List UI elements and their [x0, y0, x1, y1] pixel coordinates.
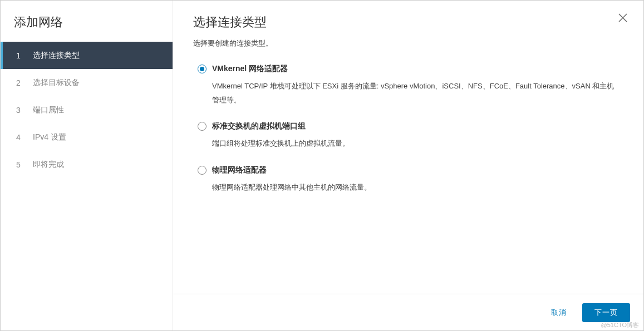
- option-description: VMkernel TCP/IP 堆栈可处理以下 ESXi 服务的流量: vSph…: [198, 80, 621, 107]
- radio-icon[interactable]: [198, 122, 207, 131]
- step-select-target-device[interactable]: 2 选择目标设备: [1, 69, 173, 96]
- option-standard-switch-vm-portgroup: 标准交换机的虚拟机端口组 端口组将处理标准交换机上的虚拟机流量。: [193, 121, 623, 151]
- cancel-button[interactable]: 取消: [545, 303, 572, 322]
- step-number: 5: [16, 160, 27, 169]
- step-number: 3: [16, 106, 27, 115]
- option-label: 标准交换机的虚拟机端口组: [212, 121, 306, 131]
- next-button[interactable]: 下一页: [582, 303, 630, 322]
- wizard-title: 添加网络: [1, 14, 173, 42]
- page-title: 选择连接类型: [193, 14, 623, 31]
- step-label: IPv4 设置: [33, 132, 66, 142]
- main-content: 选择连接类型 选择要创建的连接类型。 VMkernel 网络适配器 VMkern…: [173, 1, 643, 294]
- step-select-connection-type[interactable]: 1 选择连接类型: [1, 42, 173, 69]
- step-number: 1: [16, 51, 27, 60]
- option-physical-network-adapter: 物理网络适配器 物理网络适配器处理网络中其他主机的网络流量。: [193, 165, 623, 195]
- step-label: 端口属性: [33, 105, 64, 115]
- add-network-dialog: 添加网络 1 选择连接类型 2 选择目标设备 3 端口属性 4 IPv4 设置 …: [0, 0, 644, 331]
- option-description: 物理网络适配器处理网络中其他主机的网络流量。: [198, 181, 621, 195]
- step-port-properties[interactable]: 3 端口属性: [1, 96, 173, 123]
- option-vmkernel-adapter: VMkernel 网络适配器 VMkernel TCP/IP 堆栈可处理以下 E…: [193, 64, 623, 107]
- option-header[interactable]: 物理网络适配器: [198, 165, 623, 175]
- option-description: 端口组将处理标准交换机上的虚拟机流量。: [198, 137, 621, 151]
- option-header[interactable]: 标准交换机的虚拟机端口组: [198, 121, 623, 131]
- step-ipv4-settings[interactable]: 4 IPv4 设置: [1, 123, 173, 151]
- wizard-step-list: 1 选择连接类型 2 选择目标设备 3 端口属性 4 IPv4 设置 5 即将完…: [1, 42, 173, 178]
- step-label: 选择连接类型: [33, 51, 80, 61]
- wizard-sidebar: 添加网络 1 选择连接类型 2 选择目标设备 3 端口属性 4 IPv4 设置 …: [1, 1, 173, 330]
- step-number: 2: [16, 78, 27, 87]
- radio-icon[interactable]: [198, 166, 207, 175]
- step-ready-to-complete[interactable]: 5 即将完成: [1, 151, 173, 178]
- step-label: 选择目标设备: [33, 78, 80, 88]
- close-icon[interactable]: [618, 13, 628, 23]
- option-header[interactable]: VMkernel 网络适配器: [198, 64, 623, 74]
- step-label: 即将完成: [33, 160, 64, 170]
- wizard-main: 选择连接类型 选择要创建的连接类型。 VMkernel 网络适配器 VMkern…: [173, 1, 643, 330]
- option-label: 物理网络适配器: [212, 165, 267, 175]
- page-subtitle: 选择要创建的连接类型。: [193, 38, 623, 48]
- step-number: 4: [16, 133, 27, 142]
- option-label: VMkernel 网络适配器: [212, 64, 288, 74]
- radio-icon[interactable]: [198, 65, 207, 73]
- wizard-footer: 取消 下一页: [173, 294, 643, 330]
